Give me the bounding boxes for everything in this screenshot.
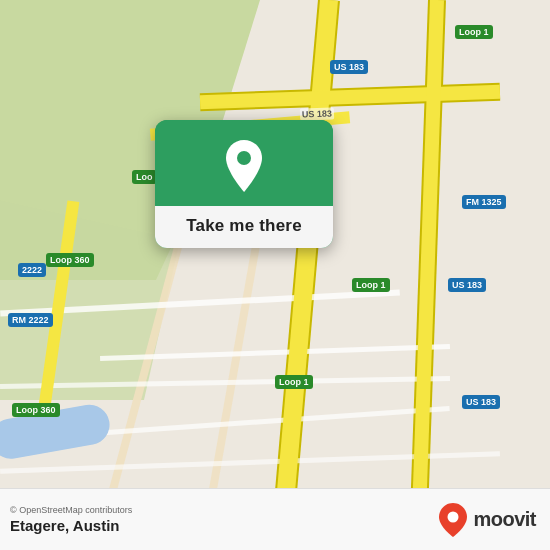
moovit-logo: moovit	[439, 503, 536, 537]
route-badge-loop1-top: Loop 1	[455, 25, 493, 39]
route-badge-rm2222: RM 2222	[8, 313, 53, 327]
location-name: Etagere, Austin	[10, 517, 132, 534]
route-badge-us183-top: US 183	[330, 60, 368, 74]
svg-point-0	[237, 151, 251, 165]
osm-attribution: © OpenStreetMap contributors	[10, 505, 132, 515]
moovit-brand-text: moovit	[473, 508, 536, 531]
route-badge-2222: 2222	[18, 263, 46, 277]
bottom-bar: © OpenStreetMap contributors Etagere, Au…	[0, 488, 550, 550]
svg-point-1	[448, 511, 459, 522]
location-pin-icon	[222, 140, 266, 192]
route-badge-us183-mid: US 183	[448, 278, 486, 292]
route-badge-loo: Loo	[132, 170, 157, 184]
route-badge-fm1325: FM 1325	[462, 195, 506, 209]
popup-arrow	[234, 247, 254, 248]
route-badge-loop1-bot: Loop 1	[275, 375, 313, 389]
map-container: US 183 Loop 1 FM 1325 Loop 1 US 183 US 1…	[0, 0, 550, 550]
route-badge-loop360-1: Loop 360	[46, 253, 94, 267]
route-badge-loop360-2: Loop 360	[12, 403, 60, 417]
popup-text-area[interactable]: Take me there	[155, 206, 333, 248]
take-me-there-button[interactable]: Take me there	[186, 216, 302, 235]
popup-icon-area	[155, 120, 333, 206]
popup-card: Take me there	[155, 120, 333, 248]
moovit-pin-icon	[439, 503, 467, 537]
route-badge-us183-bot: US 183	[462, 395, 500, 409]
route-badge-loop1-mid: Loop 1	[352, 278, 390, 292]
road-label-us183: US 183	[300, 107, 334, 120]
bottom-left: © OpenStreetMap contributors Etagere, Au…	[10, 505, 132, 534]
